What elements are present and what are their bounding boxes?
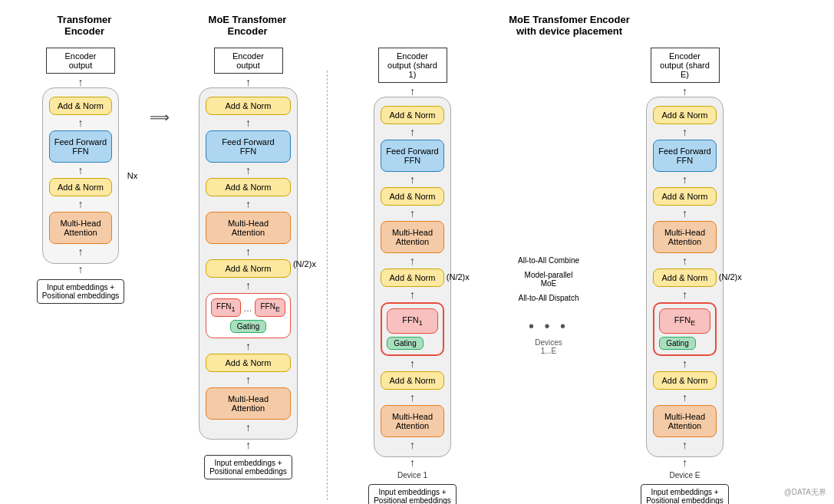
- dE-multi-head-2: Multi-Head Attention: [653, 405, 716, 437]
- d1-encoder-output: Encoder output (shard 1): [378, 48, 447, 83]
- te-feed-forward: Feed Forward FFN: [49, 130, 112, 163]
- middle-column: All-to-All Combine Model-parallel MoE Al…: [483, 48, 614, 504]
- d1-multi-head: Multi-Head Attention: [381, 221, 443, 253]
- d1-inner: Add & Norm ↑ Feed Forward FFN ↑ Add & No…: [374, 97, 450, 457]
- section-separator-1: [327, 71, 328, 500]
- te-arrow-3: ↑: [49, 165, 112, 176]
- te-add-norm-1: Add & Norm: [49, 97, 112, 115]
- moe-ffn1: FFN1: [211, 298, 240, 317]
- dE-multi-head: Multi-Head Attention: [653, 221, 716, 253]
- dE-nx: (N/2)x: [719, 272, 742, 282]
- title-row: Transfomer Encoder MoE Transfomer Encode…: [8, 8, 826, 40]
- te-input-embed: Input embeddings + Positional embeddings: [37, 279, 125, 304]
- te-arrow-up-1: ↑: [78, 77, 84, 87]
- moe-gating: Gating: [230, 320, 266, 333]
- watermark: @DATA无界: [784, 487, 826, 498]
- device-dots: • • •: [529, 318, 569, 335]
- arrow-te-to-moe: ⟹: [150, 109, 170, 126]
- model-parallel-label: Model-parallel MoE: [525, 271, 573, 288]
- moe-add-norm-3: Add & Norm: [206, 259, 291, 278]
- dE-add-norm-top: Add & Norm: [653, 106, 716, 124]
- dE-ffnE: FFNE: [659, 308, 710, 334]
- d1-device-label: Device 1: [397, 471, 427, 479]
- moe-add-norm-4: Add & Norm: [206, 354, 291, 372]
- d1-multi-head-2: Multi-Head Attention: [381, 405, 443, 437]
- moe-multi-head: Multi-Head Attention: [206, 212, 291, 244]
- dE-device-label: Device E: [669, 471, 700, 479]
- d1-feed-forward: Feed Forward FFN: [381, 140, 443, 172]
- moe-inner-block: Add & Norm ↑ Feed Forward FFN ↑ Add & No…: [199, 87, 298, 440]
- moe-nx: (N/2)x: [293, 259, 316, 268]
- diagram-container: Transfomer Encoder MoE Transfomer Encode…: [0, 0, 834, 504]
- moe-feed-forward: Feed Forward FFN: [206, 130, 291, 163]
- moe-device-area: Encoder output (shard 1) ↑ Add & Norm ↑ …: [335, 48, 756, 504]
- moe-encoder-section: Encoder output ↑ Add & Norm ↑ Feed Forwa…: [177, 48, 319, 479]
- dE-input-embed: Input embeddings + Positional embeddings…: [641, 484, 729, 504]
- d1-add-norm-top: Add & Norm: [381, 106, 443, 124]
- dE-red-area: FFNE Gating: [653, 302, 716, 356]
- transformer-encoder-section: Encoder output ↑ Add & Norm ↑ Feed Forwa…: [19, 48, 142, 304]
- moe-gating-area: FFN1 ... FFNE Gating: [206, 293, 291, 338]
- moe-add-norm-top: Add & Norm: [206, 97, 291, 115]
- moe-ffnE: FFNE: [255, 298, 285, 317]
- all-to-all-dispatch-label: All-to-All Dispatch: [519, 294, 579, 302]
- d1-add-norm-4: Add & Norm: [381, 371, 443, 390]
- dE-feed-forward: Feed Forward FFN: [653, 140, 716, 172]
- deviceE-section: Encoder output (shard E) ↑ Add & Norm ↑ …: [614, 48, 756, 504]
- d1-nx: (N/2)x: [447, 272, 470, 282]
- dE-add-norm-4: Add & Norm: [653, 371, 716, 390]
- all-to-all-combine-label: All-to-All Combine: [518, 256, 579, 265]
- te-add-norm-2: Add & Norm: [49, 178, 112, 196]
- moe-ffn-row: FFN1 ... FFNE: [211, 298, 285, 317]
- dE-gating: Gating: [659, 337, 695, 350]
- d1-ffn1: FFN1: [387, 308, 437, 334]
- d1-add-norm-2: Add & Norm: [381, 187, 443, 206]
- dE-add-norm-2: Add & Norm: [653, 187, 716, 206]
- device1-section: Encoder output (shard 1) ↑ Add & Norm ↑ …: [341, 48, 483, 504]
- te-arrow-2: ↑: [49, 117, 112, 128]
- d1-add-norm-3: Add & Norm: [381, 268, 443, 287]
- te-multi-head: Multi-Head Attention: [49, 212, 112, 244]
- main-area: Encoder output ↑ Add & Norm ↑ Feed Forwa…: [8, 40, 826, 504]
- d1-input-embed: Input embeddings + Positional embeddings…: [368, 484, 457, 504]
- dE-add-norm-3: Add & Norm: [653, 268, 716, 287]
- devices-range-label: Devices 1...E: [535, 338, 562, 355]
- title-transformer-encoder: Transfomer Encoder: [23, 14, 146, 37]
- moe-dots: ...: [244, 302, 252, 314]
- d1-red-area: FFN1 Gating: [381, 302, 443, 356]
- te-arrow-4: ↑: [49, 199, 112, 209]
- dE-inner: Add & Norm ↑ Feed Forward FFN ↑ Add & No…: [646, 97, 723, 457]
- moe-input-embed: Input embeddings + Positional embeddings: [204, 455, 292, 479]
- te-outer-block: Add & Norm ↑ Feed Forward FFN ↑ Add & No…: [42, 87, 119, 264]
- moe-multi-head-2: Multi-Head Attention: [206, 387, 291, 420]
- te-arrow-6: ↑: [78, 264, 84, 275]
- d1-gating: Gating: [387, 337, 423, 350]
- te-arrow-5: ↑: [49, 246, 112, 257]
- te-encoder-output: Encoder output: [46, 48, 115, 74]
- dE-encoder-output: Encoder output (shard E): [651, 48, 720, 83]
- moe-encoder-output: Encoder output: [214, 48, 283, 74]
- moe-add-norm-2: Add & Norm: [206, 178, 291, 196]
- title-moe-encoder: MoE Transfomer Encoder: [176, 14, 318, 37]
- moe-arrow-1: ↑: [246, 77, 251, 87]
- title-moe-device: MoE Transfomer Encoder with device place…: [328, 14, 811, 37]
- te-nx: Nx: [127, 171, 137, 180]
